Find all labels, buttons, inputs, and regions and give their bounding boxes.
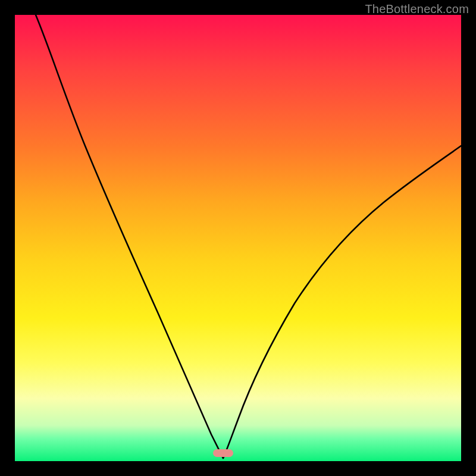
watermark-text: TheBottleneck.com — [365, 2, 469, 16]
chart-frame: TheBottleneck.com — [0, 0, 476, 476]
min-marker — [213, 449, 233, 457]
bottleneck-curve — [15, 15, 461, 461]
plot-area — [15, 15, 461, 461]
curve-left-branch — [36, 15, 223, 458]
curve-right-branch — [223, 146, 461, 458]
